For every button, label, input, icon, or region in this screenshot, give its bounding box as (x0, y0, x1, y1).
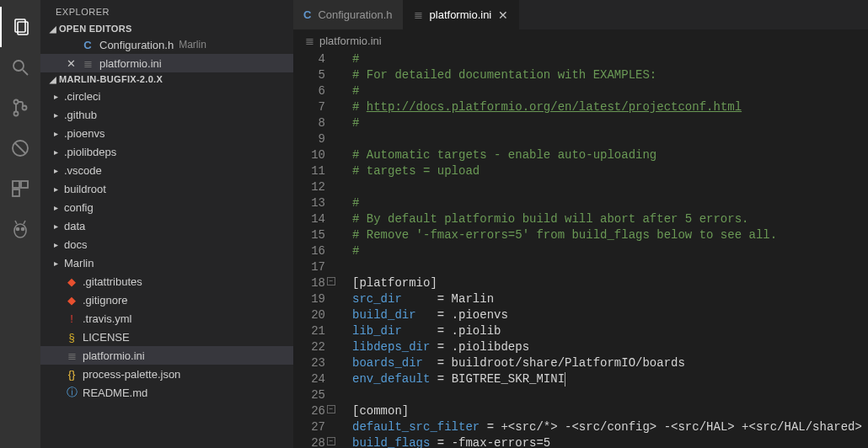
code-line[interactable]: # (352, 195, 868, 211)
file-item[interactable]: ⓘREADME.md (40, 383, 293, 402)
folder-item[interactable]: ▸.piolibdeps (40, 142, 293, 161)
line-gutter: 456789101112131415161718−192021222324252… (293, 51, 337, 448)
editor-tab[interactable]: CConfiguration.h (293, 0, 404, 29)
code-line[interactable]: # By default platformio build will abort… (352, 211, 868, 227)
code-line[interactable]: src_dir = Marlin (352, 291, 868, 307)
file-item[interactable]: {}process-palette.json (40, 365, 293, 383)
folder-name: .circleci (64, 90, 100, 103)
code-line[interactable]: # (352, 243, 868, 259)
folder-item[interactable]: ▸.circleci (40, 87, 293, 105)
folder-item[interactable]: ▸.pioenvs (40, 124, 293, 142)
svg-rect-10 (21, 181, 28, 188)
code-line[interactable]: # http://docs.platformio.org/en/latest/p… (352, 99, 868, 115)
fold-icon[interactable]: − (327, 405, 335, 413)
code-line[interactable]: boards_dir = buildroot/share/PlatformIO/… (352, 355, 868, 371)
file-icon: C (81, 39, 94, 51)
search-icon[interactable] (0, 47, 40, 88)
svg-point-14 (22, 228, 24, 231)
svg-point-2 (13, 61, 24, 71)
file-name: .gitattributes (83, 275, 142, 288)
file-name: Configuration.h (99, 39, 174, 51)
extensions-icon[interactable] (0, 168, 40, 209)
fold-icon[interactable]: − (327, 277, 335, 285)
code-line[interactable]: default_src_filter = +<src/*> -<src/conf… (352, 419, 868, 435)
code-line[interactable]: # targets = upload (352, 163, 868, 179)
editor-area: CConfiguration.h≣platformio.ini✕ ≣ platf… (293, 0, 868, 448)
code-line[interactable] (352, 179, 868, 195)
code-line[interactable]: # Automatic targets - enable auto-upload… (352, 147, 868, 163)
folder-item[interactable]: ▸data (40, 216, 293, 235)
file-item[interactable]: ≣platformio.ini (40, 346, 293, 365)
code-line[interactable]: env_default = BIGTREE_SKR_MINI (352, 371, 868, 387)
folder-item[interactable]: ▸.vscode (40, 161, 293, 179)
project-header[interactable]: ◢ MARLIN-BUGFIX-2.0.X (40, 72, 293, 86)
chevron-right-icon: ▸ (54, 147, 64, 157)
folder-name: docs (64, 238, 87, 251)
code-line[interactable] (352, 387, 868, 403)
debug-icon[interactable] (0, 128, 40, 168)
folder-name: Marlin (64, 257, 94, 269)
code-line[interactable]: [common] (352, 403, 868, 419)
file-icon: ≣ (64, 349, 79, 362)
code-line[interactable]: # (352, 115, 868, 131)
file-icon: ⓘ (64, 385, 79, 400)
folder-item[interactable]: ▸config (40, 198, 293, 216)
folder-item[interactable]: ▸Marlin (40, 253, 293, 272)
svg-point-13 (17, 228, 19, 231)
file-item[interactable]: ◆.gitattributes (40, 272, 293, 291)
file-name: platformio.ini (83, 349, 145, 362)
svg-line-8 (15, 143, 25, 153)
file-name: .travis.yml (83, 312, 132, 325)
chevron-right-icon: ▸ (54, 184, 64, 194)
sidebar: EXPLORER ◢ OPEN EDITORS CConfiguration.h… (40, 0, 293, 448)
code-lines[interactable]: ## For detailed documentation with EXAMP… (337, 51, 868, 448)
svg-rect-11 (13, 189, 19, 196)
folder-item[interactable]: ▸.github (40, 105, 293, 124)
close-icon[interactable]: ✕ (498, 8, 508, 22)
code-line[interactable]: # (352, 51, 868, 67)
code-line[interactable]: [platformio] (352, 275, 868, 291)
editor-tab[interactable]: ≣platformio.ini✕ (404, 0, 520, 29)
editor-tabs: CConfiguration.h≣platformio.ini✕ (293, 0, 868, 29)
folder-name: config (64, 201, 94, 214)
file-item[interactable]: §LICENSE (40, 328, 293, 346)
tab-label: Configuration.h (318, 8, 392, 21)
code-line[interactable]: # Remove '-fmax-errors=5' from build_fla… (352, 227, 868, 243)
close-icon[interactable]: ✕ (64, 57, 78, 70)
chevron-right-icon: ▸ (54, 203, 64, 212)
file-icon: C (303, 8, 311, 21)
code-line[interactable]: build_dir = .pioenvs (352, 307, 868, 323)
file-item[interactable]: ◆.gitignore (40, 291, 293, 309)
code-line[interactable]: build_flags = -fmax-errors=5 (352, 435, 868, 448)
file-path-dim: Marlin (179, 39, 206, 51)
explorer-icon[interactable] (0, 7, 40, 47)
svg-line-16 (24, 221, 25, 224)
fold-icon[interactable]: − (327, 437, 335, 445)
code-editor[interactable]: 456789101112131415161718−192021222324252… (293, 51, 868, 448)
activity-bar (0, 0, 40, 448)
file-icon: ! (64, 312, 79, 325)
open-editor-item[interactable]: ✕≣platformio.ini (40, 54, 293, 72)
open-editor-item[interactable]: CConfiguration.hMarlin (40, 35, 293, 54)
chevron-down-icon: ◢ (47, 75, 59, 84)
code-line[interactable]: lib_dir = .piolib (352, 323, 868, 339)
folder-item[interactable]: ▸buildroot (40, 179, 293, 198)
folder-name: .piolibdeps (64, 146, 116, 158)
file-item[interactable]: !.travis.yml (40, 309, 293, 328)
folder-name: buildroot (64, 183, 106, 195)
sidebar-title: EXPLORER (40, 0, 293, 22)
folder-item[interactable]: ▸docs (40, 235, 293, 253)
code-line[interactable]: # (352, 83, 868, 99)
file-name: .gitignore (83, 294, 127, 307)
code-line[interactable]: libdeps_dir = .piolibdeps (352, 339, 868, 355)
open-editors-header[interactable]: ◢ OPEN EDITORS (40, 22, 293, 35)
code-line[interactable]: # For detailed documentation with EXAMPL… (352, 67, 868, 83)
file-icon: ≣ (81, 57, 94, 70)
code-line[interactable] (352, 259, 868, 275)
source-control-icon[interactable] (0, 88, 40, 128)
platformio-icon[interactable] (0, 209, 40, 249)
breadcrumb[interactable]: ≣ platformio.ini (293, 29, 868, 51)
chevron-right-icon: ▸ (54, 221, 64, 231)
code-line[interactable] (352, 131, 868, 147)
breadcrumb-label: platformio.ini (319, 35, 382, 47)
